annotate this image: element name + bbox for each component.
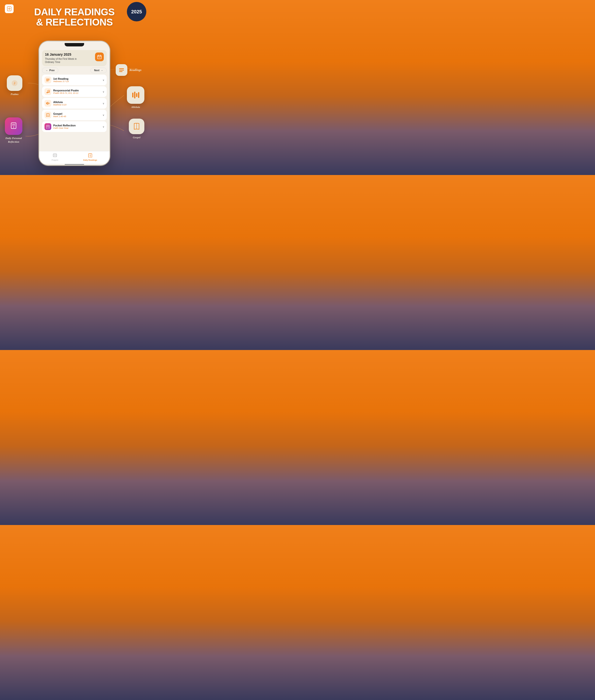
dpr-label: Daily Personal Reflection bbox=[5, 136, 22, 143]
chevron-1st: ∨ bbox=[103, 79, 104, 81]
date-heading: 16 January 2025 bbox=[45, 53, 84, 56]
day-description: Thursday of the First Week in Ordinary T… bbox=[45, 57, 84, 64]
svg-rect-15 bbox=[138, 92, 139, 98]
svg-rect-14 bbox=[136, 93, 137, 97]
svg-rect-10 bbox=[119, 70, 124, 71]
calendar-button[interactable] bbox=[95, 53, 104, 61]
reading-subtitle-alleluia: Matthew 4:23 bbox=[53, 104, 101, 106]
chevron-gospel: ∨ bbox=[103, 114, 104, 116]
reading-icon-book bbox=[45, 112, 51, 118]
nav-prayers[interactable]: Prayers bbox=[52, 153, 58, 161]
reading-subtitle-1st: Hebrews 3:7-14 bbox=[53, 80, 101, 83]
next-label: Next bbox=[94, 69, 100, 72]
prev-button[interactable]: ← Prev bbox=[42, 67, 58, 73]
reading-text-alleluia: Alleluia Matthew 4:23 bbox=[53, 101, 101, 106]
reading-icon-audio bbox=[45, 100, 51, 107]
daily-readings-nav-icon: ✝ bbox=[88, 153, 92, 159]
prayers-nav-icon bbox=[53, 153, 57, 159]
phone-mockup: 16 January 2025 Thursday of the First We… bbox=[39, 41, 110, 165]
psalms-feature[interactable]: ♪ Psalms bbox=[7, 75, 22, 96]
svg-point-20 bbox=[98, 57, 99, 58]
svg-line-30 bbox=[48, 90, 50, 90]
home-indicator bbox=[39, 164, 110, 165]
reading-icon-pocket: ✝ bbox=[45, 123, 51, 130]
app-logo-icon bbox=[5, 4, 13, 13]
reading-subtitle-psalm: Psalm 95:6-7c, 8-9, 10-11 bbox=[53, 92, 101, 94]
svg-text:✝: ✝ bbox=[12, 126, 15, 129]
reading-text-pocket: Pocket Reflection Faith Over Fear bbox=[53, 124, 101, 129]
alleluia-label: Alleluia bbox=[131, 105, 140, 109]
reading-item-psalm[interactable]: Responsorial Psalm Psalm 95:6-7c, 8-9, 1… bbox=[42, 86, 107, 97]
svg-text:♪: ♪ bbox=[13, 80, 16, 85]
alleluia-icon-box[interactable] bbox=[127, 86, 144, 104]
psalms-label: Psalms bbox=[11, 92, 19, 96]
svg-rect-32 bbox=[48, 102, 48, 105]
daily-readings-nav-label: Daily Readings bbox=[83, 159, 97, 161]
reading-item-1st[interactable]: 1st Reading Hebrews 3:7-14 ∨ bbox=[42, 75, 107, 85]
chevron-psalm: ∨ bbox=[103, 90, 104, 93]
chevron-pocket: ∨ bbox=[103, 125, 104, 128]
svg-rect-33 bbox=[49, 103, 49, 104]
bottom-nav: Prayers ✝ Daily Readings bbox=[39, 151, 110, 164]
alleluia-feature[interactable]: Alleluia bbox=[127, 86, 144, 109]
dpr-icon-box[interactable]: ✝ bbox=[5, 117, 22, 135]
reading-subtitle-gospel: Mark 1:40-45 bbox=[53, 115, 101, 118]
svg-rect-24 bbox=[46, 80, 50, 80]
phone-content: 16 January 2025 Thursday of the First We… bbox=[39, 48, 110, 151]
next-button[interactable]: Next → bbox=[90, 67, 107, 73]
reading-text-gospel: Gospel Mark 1:40-45 bbox=[53, 112, 101, 118]
dpr-feature[interactable]: ✝ Daily Personal Reflection bbox=[5, 117, 22, 143]
nav-row: ← Prev Next → bbox=[42, 67, 107, 73]
svg-point-22 bbox=[100, 57, 101, 58]
reading-title-psalm: Responsorial Psalm bbox=[53, 89, 101, 92]
reading-text-1st: 1st Reading Hebrews 3:7-14 bbox=[53, 77, 101, 83]
reading-icon-list bbox=[45, 77, 51, 83]
svg-rect-39 bbox=[53, 154, 57, 157]
phone-notch bbox=[65, 43, 84, 47]
reading-title-alleluia: Alleluia bbox=[53, 101, 101, 104]
reading-item-pocket[interactable]: ✝ Pocket Reflection Faith Over Fear ∨ bbox=[42, 121, 107, 132]
svg-rect-9 bbox=[119, 68, 124, 69]
psalms-icon-box[interactable]: ♪ bbox=[7, 75, 22, 91]
svg-rect-13 bbox=[134, 92, 135, 99]
prev-arrow: ← bbox=[46, 69, 48, 72]
readings-icon-box[interactable] bbox=[116, 64, 128, 76]
chevron-alleluia: ∨ bbox=[103, 102, 104, 105]
year-text: 2025 bbox=[131, 9, 142, 15]
svg-rect-25 bbox=[46, 81, 49, 81]
prev-label: Prev bbox=[49, 69, 55, 72]
gospel-icon-box[interactable] bbox=[129, 119, 144, 134]
svg-rect-23 bbox=[46, 79, 50, 79]
svg-rect-31 bbox=[46, 102, 47, 104]
svg-text:✝: ✝ bbox=[48, 127, 49, 128]
home-indicator-bar bbox=[65, 164, 84, 165]
title-line1: DAILY READINGS bbox=[19, 7, 130, 17]
reading-title-gospel: Gospel bbox=[53, 112, 101, 115]
status-bar bbox=[39, 41, 110, 48]
svg-rect-11 bbox=[119, 71, 122, 72]
next-arrow: → bbox=[101, 69, 103, 72]
svg-text:✝: ✝ bbox=[89, 155, 91, 157]
nav-daily-readings[interactable]: ✝ Daily Readings bbox=[83, 153, 97, 161]
readings-label-text: Readings bbox=[129, 68, 141, 72]
reading-icon-music bbox=[45, 88, 51, 95]
reading-title-pocket: Pocket Reflection bbox=[53, 124, 101, 127]
svg-point-21 bbox=[99, 57, 100, 58]
readings-list: 1st Reading Hebrews 3:7-14 ∨ bbox=[39, 75, 110, 132]
readings-feature-label[interactable]: Readings bbox=[116, 64, 141, 76]
date-card: 16 January 2025 Thursday of the First We… bbox=[42, 50, 107, 66]
date-info: 16 January 2025 Thursday of the First We… bbox=[45, 53, 84, 64]
reading-title-1st: 1st Reading bbox=[53, 77, 101, 80]
gospel-label: Gospel bbox=[133, 136, 140, 139]
reading-text-psalm: Responsorial Psalm Psalm 95:6-7c, 8-9, 1… bbox=[53, 89, 101, 94]
reading-item-alleluia[interactable]: Alleluia Matthew 4:23 ∨ bbox=[42, 98, 107, 109]
title-line2: & REFLECTIONS bbox=[19, 17, 130, 27]
main-title: DAILY READINGS & REFLECTIONS bbox=[19, 7, 130, 27]
prayers-nav-label: Prayers bbox=[52, 159, 58, 161]
reading-item-gospel[interactable]: Gospel Mark 1:40-45 ∨ bbox=[42, 110, 107, 120]
gospel-feature[interactable]: Gospel bbox=[129, 119, 144, 139]
reading-subtitle-pocket: Faith Over Fear bbox=[53, 127, 101, 129]
svg-rect-12 bbox=[132, 93, 134, 97]
